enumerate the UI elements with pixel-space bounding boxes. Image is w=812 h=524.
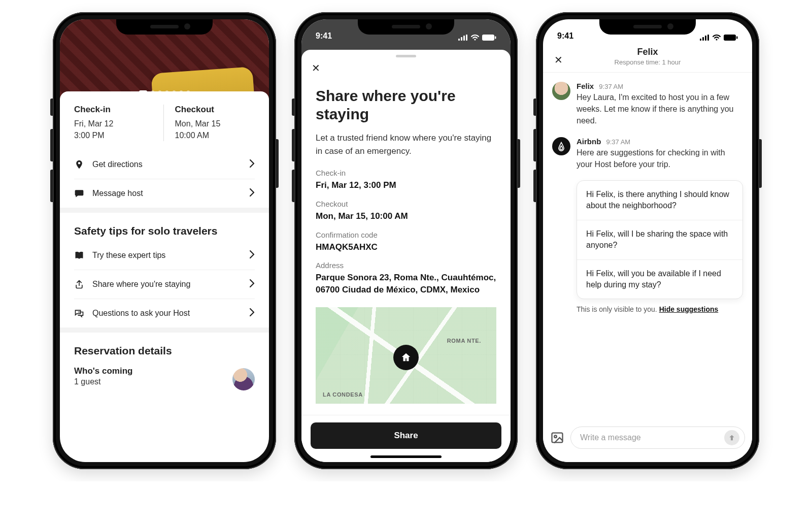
close-icon[interactable]: ✕: [554, 54, 563, 66]
safety-section-title: Safety tips for solo travelers: [60, 213, 269, 241]
checkout-label: Checkout: [175, 105, 255, 115]
checkin-label: Check-in: [316, 169, 496, 177]
sheet-grabber[interactable]: [396, 55, 416, 57]
chevron-right-icon: [250, 308, 255, 318]
msg-sender: Airbnb: [577, 137, 601, 146]
chevron-right-icon: [250, 250, 255, 260]
guest-avatar[interactable]: [232, 368, 255, 390]
checkin-label: Check-in: [74, 105, 154, 115]
svg-point-8: [554, 435, 557, 438]
chevron-right-icon: [250, 279, 255, 289]
battery-icon: [482, 35, 496, 41]
map-label-condesa: LA CONDESA: [323, 391, 363, 398]
status-time: 9:41: [557, 31, 573, 41]
trip-card: Check-in Fri, Mar 12 3:00 PM Checkout Mo…: [60, 91, 269, 402]
send-button[interactable]: [724, 430, 739, 445]
suggestions-card: Hi Felix, is there anything I should kno…: [577, 180, 743, 299]
airbnb-logo-icon: [556, 141, 566, 151]
reservation-title: Reservation details: [60, 333, 269, 361]
map-label-roma: ROMA NTE.: [447, 338, 481, 344]
device-notch: [358, 19, 454, 35]
status-time: 9:41: [316, 31, 332, 41]
status-icons: [700, 35, 738, 41]
host-questions-row[interactable]: Questions to ask your Host: [74, 299, 255, 328]
phone-trip-details: Check-in Fri, Mar 12 3:00 PM Checkout Mo…: [53, 12, 276, 469]
message-placeholder: Write a message: [580, 433, 641, 442]
wifi-icon: [713, 35, 721, 41]
msg-text: Hey Laura, I'm excited to host you in a …: [577, 91, 743, 127]
map-pin-icon: [393, 345, 419, 370]
status-icons: [458, 35, 496, 41]
message-host-label: Message host: [92, 189, 143, 198]
suggestions-hint: This is only visible to you. Hide sugges…: [577, 305, 743, 313]
svg-rect-7: [552, 433, 563, 443]
message-input[interactable]: Write a message: [570, 427, 745, 449]
confirmation-value: HMAQK5AHXC: [316, 241, 496, 253]
msg-time: 9:37 AM: [599, 83, 623, 90]
checkout-block: Checkout Mon, Mar 15 10:00 AM: [164, 105, 255, 141]
confirmation-label: Confirmation code: [316, 231, 496, 239]
qa-icon: [74, 308, 84, 318]
chevron-right-icon: [250, 159, 255, 170]
chevron-right-icon: [250, 188, 255, 199]
phone-share-sheet: 9:41 ✕ Share where you're staying Let a …: [294, 12, 518, 469]
airbnb-avatar: [552, 137, 570, 155]
address-value: Parque Sonora 23, Roma Nte., Cuauhtémoc,…: [316, 272, 496, 296]
expert-tips-label: Try these expert tips: [92, 251, 165, 260]
signal-icon: [458, 35, 468, 41]
device-notch: [599, 19, 696, 35]
share-stay-label: Share where you're staying: [92, 280, 190, 289]
home-indicator[interactable]: [370, 455, 442, 458]
photo-icon[interactable]: [550, 431, 564, 445]
suggestion-2[interactable]: Hi Felix, will I be sharing the space wi…: [577, 220, 742, 259]
pin-icon: [74, 159, 84, 170]
get-directions-label: Get directions: [92, 160, 143, 169]
checkout-time: 10:00 AM: [175, 129, 255, 141]
suggestion-3[interactable]: Hi Felix, will you be available if I nee…: [577, 259, 742, 299]
battery-icon: [724, 35, 738, 41]
get-directions-row[interactable]: Get directions: [74, 150, 255, 179]
map-preview[interactable]: ROMA NTE. LA CONDESA: [316, 307, 496, 404]
address-label: Address: [316, 261, 496, 270]
host-questions-label: Questions to ask your Host: [92, 309, 190, 318]
chat-header: ✕ Felix Response time: 1 hour: [543, 43, 752, 73]
checkout-date: Mon, Mar 15: [175, 118, 255, 129]
chat-icon: [74, 188, 84, 199]
chat-body[interactable]: Felix 9:37 AM Hey Laura, I'm excited to …: [543, 73, 752, 313]
msg-text: Here are suggestions for checking in wit…: [577, 147, 743, 170]
checkin-block: Check-in Fri, Mar 12 3:00 PM: [74, 105, 164, 141]
share-icon: [74, 279, 84, 289]
chat-title: Felix: [543, 47, 752, 57]
device-notch: [116, 19, 213, 35]
share-sheet: ✕ Share where you're staying Let a trust…: [301, 50, 511, 462]
checkin-date: Fri, Mar 12: [74, 118, 154, 129]
message-airbnb: Airbnb 9:37 AM Here are suggestions for …: [552, 137, 743, 170]
suggestion-1[interactable]: Hi Felix, is there anything I should kno…: [577, 181, 742, 220]
arrow-up-icon: [728, 434, 736, 442]
sheet-lead: Let a trusted friend know where you're s…: [316, 132, 496, 157]
host-avatar[interactable]: [552, 82, 570, 100]
compose-bar: Write a message: [543, 420, 752, 462]
msg-sender: Felix: [577, 82, 594, 90]
share-stay-row[interactable]: Share where you're staying: [74, 270, 255, 299]
share-button[interactable]: Share: [311, 422, 501, 449]
checkout-value: Mon, Mar 15, 10:00 AM: [316, 210, 496, 222]
wifi-icon: [471, 35, 479, 41]
chat-subtitle: Response time: 1 hour: [543, 58, 752, 66]
hide-suggestions-link[interactable]: Hide suggestions: [659, 305, 719, 313]
expert-tips-row[interactable]: Try these expert tips: [74, 241, 255, 270]
signal-icon: [700, 35, 709, 41]
message-host-row[interactable]: Message host: [74, 179, 255, 208]
checkin-value: Fri, Mar 12, 3:00 PM: [316, 179, 496, 191]
close-icon[interactable]: ✕: [312, 63, 320, 73]
dates-section: Check-in Fri, Mar 12 3:00 PM Checkout Mo…: [60, 91, 269, 150]
sheet-title: Share where you're staying: [316, 87, 496, 123]
book-icon: [74, 250, 84, 260]
message-host: Felix 9:37 AM Hey Laura, I'm excited to …: [552, 82, 743, 127]
checkout-label: Checkout: [316, 200, 496, 208]
msg-time: 9:37 AM: [606, 138, 631, 146]
phone-chat: 9:41 ✕ Felix Response time: 1 hour Felix…: [536, 12, 759, 469]
checkin-time: 3:00 PM: [74, 129, 154, 141]
